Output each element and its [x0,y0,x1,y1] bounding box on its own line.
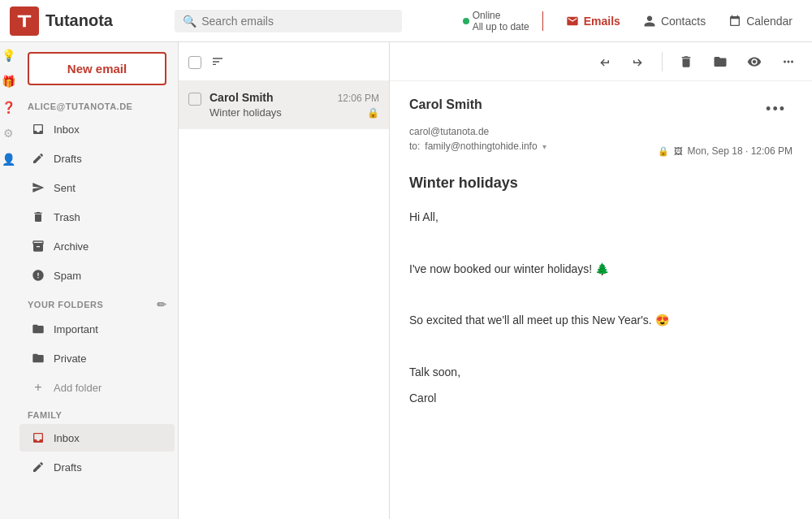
filter-icon [211,55,224,68]
body-line-6 [409,337,793,357]
account-label: ALICE@TUTANOTA.DE [16,95,178,115]
email-to-label: to: [409,141,420,152]
sidebar-item-private[interactable]: Private [19,344,175,372]
family-drafts-icon [31,460,45,474]
filter-button[interactable] [208,52,227,71]
body-line-8: Carol [409,389,793,409]
tutanota-logo-icon [10,6,39,36]
sidebar-item-archive[interactable]: Archive [19,232,175,260]
drafts-label: Drafts [54,153,82,165]
private-icon [31,351,45,365]
email-detail-subject: Winter holidays [409,175,793,192]
mark-read-icon [747,54,762,69]
select-all-checkbox[interactable] [188,56,201,69]
mark-read-button[interactable] [741,50,768,74]
nav-emails-label: Emails [584,15,620,28]
email-content-carol: Carol Smith 12:06 PM Winter holidays 🔒 [209,91,379,119]
rail-user-icon[interactable]: 👤 [2,153,15,166]
rail-bulb-icon[interactable]: 💡 [2,49,15,62]
sidebar-item-important[interactable]: Important [19,315,175,343]
rail-settings-icon[interactable]: ⚙ [2,127,15,140]
delete-icon [679,54,693,69]
search-bar[interactable]: 🔍 [175,10,402,32]
family-inbox-label: Inbox [54,432,80,444]
family-drafts-label: Drafts [54,461,82,474]
email-detail-body: Hi All, I've now booked our winter holid… [409,208,793,408]
email-header-carol: Carol Smith 12:06 PM [209,91,379,104]
status-online: Online [473,10,529,21]
logo-text-bold: nota [79,11,113,29]
email-detail-lock-icon: 🔒 [658,146,669,157]
important-label: Important [54,323,98,335]
forward-icon [631,54,646,69]
sent-label: Sent [54,182,76,194]
email-lock-icon-carol: 🔒 [367,107,379,119]
more-actions-button[interactable] [775,50,802,74]
delete-button[interactable] [672,50,700,74]
logo-text: Tutanota [45,11,113,30]
add-folder-item[interactable]: + Add folder [19,374,175,401]
body-line-7: Talk soon, [409,363,793,383]
trash-icon [31,210,45,224]
email-time-carol: 12:06 PM [338,93,379,104]
email-subject-carol: Winter holidays 🔒 [209,106,379,119]
trash-label: Trash [54,211,80,223]
icon-rail: 💡 🎁 ❓ ⚙ 👤 [0,42,16,519]
online-indicator [463,18,469,24]
move-folder-button[interactable] [706,50,734,74]
body-line-4 [409,285,793,305]
rail-help-icon[interactable]: ❓ [2,101,15,114]
nav-calendar-label: Calendar [746,15,793,28]
email-item-carol-smith[interactable]: Carol Smith 12:06 PM Winter holidays 🔒 [179,81,389,129]
nav-contacts[interactable]: Contacts [633,10,715,32]
reply-back-button[interactable] [590,50,618,74]
logo-svg [15,12,33,30]
family-inbox-icon [31,430,45,445]
nav-items: Emails Contacts Calendar [556,10,802,32]
toolbar-divider [662,52,663,71]
nav-emails[interactable]: Emails [556,10,630,32]
email-detail-img-icon: 🖼 [674,146,683,156]
forward-button[interactable] [624,50,652,74]
your-folders-section: YOUR FOLDERS ✏ [16,290,178,314]
email-subject-text-carol: Winter holidays [209,106,282,119]
family-label: FAMILY [28,410,62,420]
move-folder-icon [713,54,728,69]
sidebar-item-family-inbox[interactable]: Inbox [19,424,175,452]
sidebar-item-family-drafts[interactable]: Drafts [19,453,175,481]
nav-calendar[interactable]: Calendar [719,10,802,32]
email-more-button[interactable]: ••• [759,97,793,121]
inbox-label: Inbox [54,123,80,136]
search-input[interactable] [201,15,394,28]
email-to-address: family@nothingtohide.info [425,141,537,152]
spam-icon [31,268,45,283]
email-to-date-row: to: family@nothingtohide.info ▾ 🔒 🖼 Mon,… [409,141,793,162]
sidebar-item-trash[interactable]: Trash [19,203,175,231]
email-detail-date: Mon, Sep 18 · 12:06 PM [688,145,793,157]
new-email-button[interactable]: New email [28,52,166,85]
your-folders-label: YOUR FOLDERS [28,300,103,309]
inbox-icon [31,122,45,136]
edit-folders-icon[interactable]: ✏ [157,298,167,311]
email-view-content: Carol Smith ••• carol@tutanota.de to: fa… [390,81,812,519]
rail-gift-icon[interactable]: 🎁 [2,75,15,88]
sidebar-item-spam[interactable]: Spam [19,262,175,289]
sidebar-item-sent[interactable]: Sent [19,174,175,201]
body-line-3: I've now booked our winter holidays! 🌲 [409,260,793,279]
email-list-panel: Carol Smith 12:06 PM Winter holidays 🔒 [179,42,390,519]
email-detail-from-name: Carol Smith [409,97,482,112]
sidebar-item-drafts[interactable]: Drafts [19,145,175,172]
email-nav-icon [566,15,579,28]
logo-area: Tutanota [10,6,140,36]
contacts-nav-icon [643,15,656,28]
right-panel: Carol Smith ••• carol@tutanota.de to: fa… [390,42,812,519]
email-checkbox-carol[interactable] [188,93,201,106]
topbar: Tutanota 🔍 Online All up to date Emails … [0,0,812,42]
sidebar-item-inbox[interactable]: Inbox [19,115,175,143]
status-area: Online All up to date [463,10,529,32]
status-text: Online All up to date [473,10,529,32]
email-to-line: to: family@nothingtohide.info ▾ [409,141,546,152]
body-line-1: Hi All, [409,208,793,227]
to-dropdown-icon[interactable]: ▾ [542,142,546,151]
private-label: Private [54,352,86,365]
